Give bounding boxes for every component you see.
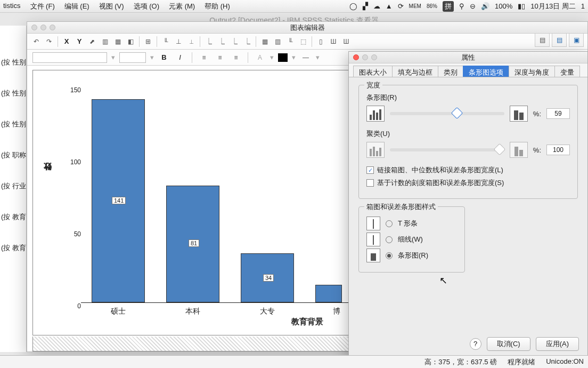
bar-width-slider[interactable]: [390, 112, 504, 115]
wifi-icon[interactable]: ⊖: [470, 2, 476, 10]
tool-icon[interactable]: ⎿: [228, 36, 240, 47]
tool-icon[interactable]: ╙: [160, 36, 172, 47]
tool-icon[interactable]: ⎿: [203, 36, 215, 47]
grid-icon[interactable]: ▥: [272, 36, 283, 47]
menu-options[interactable]: 选项 (O): [134, 2, 159, 11]
sync-icon: ⟳: [398, 2, 404, 10]
doc-icon[interactable]: ▤: [535, 33, 550, 47]
undo-icon[interactable]: ↶: [30, 36, 42, 47]
align-right-icon[interactable]: ≡: [230, 52, 242, 63]
fill-color-icon[interactable]: [278, 53, 288, 62]
group-legend: 宽度: [364, 81, 382, 90]
window-controls[interactable]: [353, 54, 377, 60]
tool-icon[interactable]: ◧: [125, 36, 136, 47]
cluster-width-input[interactable]: [546, 145, 570, 155]
tool-icon[interactable]: ⎿: [241, 36, 253, 47]
tab-bar-options[interactable]: 条形图选项: [463, 66, 509, 77]
x-axis-icon[interactable]: X: [61, 36, 72, 47]
outline-item[interactable]: (按 行业: [0, 171, 26, 202]
tool-icon[interactable]: ⊞: [142, 36, 154, 47]
tool-icon[interactable]: ▦: [112, 36, 124, 47]
redo-icon[interactable]: ↷: [43, 36, 55, 47]
tab-depth-angle[interactable]: 深度与角度: [509, 66, 555, 77]
style-bar[interactable]: 条形图(R): [366, 249, 457, 262]
style-t-bar[interactable]: T 形条: [366, 217, 457, 230]
checkbox-label: 链接箱图、中位数线和误差条形图宽度(L): [377, 165, 503, 175]
tool-icon[interactable]: ▥: [99, 36, 111, 47]
y-tick: 150: [65, 86, 81, 94]
link-boxplot-checkbox[interactable]: ✓ 链接箱图、中位数线和误差条形图宽度(L): [366, 165, 570, 175]
y-tick: 100: [65, 158, 81, 166]
style-whisker[interactable]: 细线(W): [366, 233, 457, 246]
menu-file[interactable]: 文件 (F): [30, 2, 55, 11]
y-axis-icon[interactable]: Y: [74, 36, 85, 47]
bar-icon[interactable]: ▯: [315, 36, 326, 47]
scale-boxplot-checkbox[interactable]: 基于计数的刻度箱图和误差条形图宽度(S): [366, 178, 570, 188]
mem-indicator: MEM: [409, 3, 421, 9]
menu-help[interactable]: 帮助 (H): [205, 2, 230, 11]
outline-item[interactable]: (按 性别: [0, 109, 26, 140]
menu-edit[interactable]: 编辑 (E): [64, 2, 89, 11]
width-group: 宽度 条形图(R) %: 聚类(U) %: ✓ 链接箱图、中位数线和误差条形图宽…: [358, 85, 578, 199]
props-tabs: 图表大小 填充与边框 类别 条形图选项 深度与角度 变量: [349, 63, 587, 77]
tool-icon[interactable]: ⬚: [297, 36, 309, 47]
window-controls[interactable]: [31, 25, 55, 30]
viewer-toolbar-right: ▤ ▤ ▣: [535, 33, 584, 47]
cluster-width-slider[interactable]: [390, 148, 504, 151]
menubar: tistics 文件 (F) 编辑 (E) 视图 (V) 选项 (O) 元素 (…: [0, 0, 588, 13]
bar-icon[interactable]: Ш: [328, 36, 339, 47]
x-category: 硕士: [97, 307, 140, 316]
font-size-input[interactable]: [119, 52, 146, 63]
bar-width-input[interactable]: [546, 108, 570, 119]
tab-variables[interactable]: 变量: [554, 66, 580, 77]
editor-title: 图表编辑器: [290, 23, 325, 31]
radio-label: T 形条: [398, 219, 418, 228]
tool-icon[interactable]: ╙: [284, 36, 296, 47]
text-color-icon[interactable]: A: [254, 52, 266, 63]
tab-fill-border[interactable]: 填充与边框: [392, 66, 438, 77]
bar-boshi[interactable]: [315, 285, 342, 302]
battery-icon: ▮▯: [518, 2, 525, 10]
outline-item[interactable]: (按 性别: [0, 47, 26, 78]
tool-icon[interactable]: ⊥: [173, 36, 184, 47]
trend-icon[interactable]: ⬈: [86, 36, 98, 47]
align-left-icon[interactable]: ≡: [198, 52, 210, 63]
bluetooth-icon[interactable]: ⚲: [459, 2, 464, 10]
status-dimensions: 高：375，宽：637.5 磅: [424, 357, 497, 367]
border-icon[interactable]: —: [300, 52, 312, 63]
volume-icon[interactable]: 🔊: [481, 2, 489, 10]
menu-view[interactable]: 视图 (V): [99, 2, 124, 11]
status-bar: 高：375，宽：637.5 磅 程序就绪 Unicode:ON: [0, 355, 588, 368]
apply-button[interactable]: 应用(A): [536, 337, 579, 351]
style-group: 箱图和误差条形图样式 T 形条 细线(W) 条形图(R): [358, 206, 465, 273]
help-button[interactable]: ?: [470, 338, 481, 350]
align-center-icon[interactable]: ≡: [214, 52, 226, 63]
tool-icon[interactable]: ⟂: [185, 36, 197, 47]
italic-icon[interactable]: I: [174, 52, 186, 63]
outline-item[interactable]: (按 职称: [0, 140, 26, 171]
tab-chart-size[interactable]: 图表大小: [353, 66, 393, 77]
grid-icon[interactable]: ▦: [259, 36, 271, 47]
menu-elements[interactable]: 元素 (M): [169, 2, 195, 11]
editor-titlebar: 图表编辑器: [27, 22, 587, 34]
toolbar-1: ↶ ↷ X Y ⬈ ▥ ▦ ◧ ⊞ ╙ ⊥ ⟂ ⎿ ⎿ ⎿ ⎿ ▦ ▥ ╙ ⬚ …: [27, 34, 587, 50]
tool-icon[interactable]: ⎿: [216, 36, 227, 47]
ime-indicator[interactable]: 拼: [443, 1, 454, 12]
app-name: tistics: [3, 2, 21, 11]
outline-item[interactable]: (按 教育: [0, 202, 26, 233]
bar-label: 34: [263, 274, 274, 282]
group-legend: 箱图和误差条形图样式: [364, 202, 438, 212]
outline-item[interactable]: (按 教育: [0, 233, 26, 263]
outline-item[interactable]: (按 性别: [0, 78, 26, 109]
bar-icon[interactable]: Ш: [340, 36, 352, 47]
hat-icon: ▲: [386, 2, 393, 10]
y-tick: 50: [65, 230, 81, 238]
doc-icon[interactable]: ▤: [552, 33, 567, 47]
doc-icon[interactable]: ▣: [569, 33, 584, 47]
battery-pct: 100%: [495, 2, 512, 10]
font-family-input[interactable]: [32, 52, 107, 63]
cancel-button[interactable]: 取消(C): [487, 337, 530, 351]
status-ready: 程序就绪: [508, 357, 535, 367]
bold-icon[interactable]: B: [158, 52, 170, 63]
tab-categories[interactable]: 类别: [438, 66, 463, 77]
